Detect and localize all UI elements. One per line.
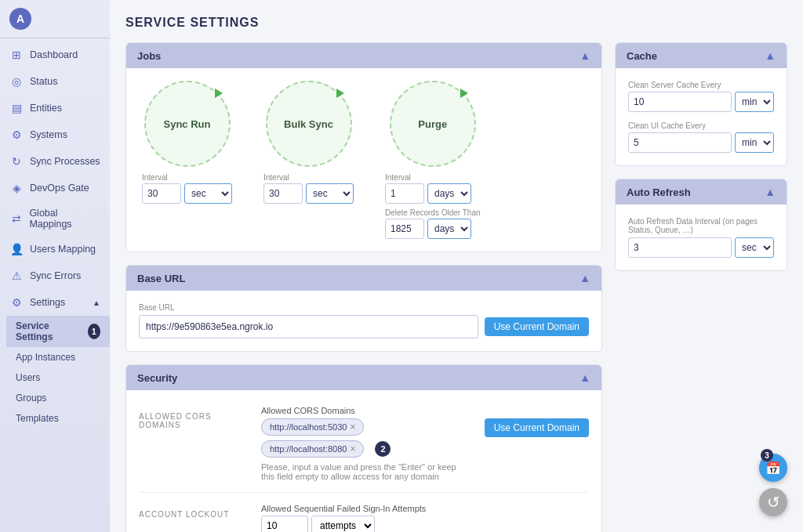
refresh-fab-button[interactable]: ↺ <box>759 488 787 516</box>
auto-refresh-card: Auto Refresh ▲ Auto Refresh Data Interva… <box>615 179 787 271</box>
sidebar-item-devops-gate[interactable]: ◈ DevOps Gate <box>0 175 110 201</box>
app-instances-label: App Instances <box>16 352 75 363</box>
purge-interval-label: Interval <box>385 173 481 182</box>
auto-refresh-unit-select[interactable]: secmin <box>735 237 774 258</box>
sidebar-item-sync-errors[interactable]: ⚠ Sync Errors <box>0 262 110 289</box>
attempts-field: Allowed Sequential Failed Sign-In Attemp… <box>261 504 589 532</box>
sync-run-label: Sync Run <box>164 118 211 130</box>
logo-icon: A <box>9 8 31 30</box>
sidebar-item-label: Status <box>30 76 57 87</box>
bulk-sync-unit-select[interactable]: secminhours <box>306 183 354 204</box>
fab-badge: 3 <box>761 449 773 461</box>
settings-icon: ⚙ <box>9 295 24 309</box>
delete-records-input[interactable] <box>385 219 424 239</box>
sync-run-circle: Sync Run <box>144 81 231 167</box>
base-url-body: Base URL Use Current Domain <box>126 291 601 351</box>
sidebar-item-global-mappings[interactable]: ⇄ Global Mappings <box>0 201 110 236</box>
server-cache-unit-select[interactable]: minsechours <box>735 92 774 112</box>
cors-badge: 2 <box>375 441 391 457</box>
lockout-section: ACCOUNT LOCKOUT Allowed Sequential Faile… <box>139 504 589 532</box>
global-mappings-icon: ⇄ <box>9 212 23 226</box>
bulk-sync-interval-input[interactable] <box>263 183 303 204</box>
devops-icon: ◈ <box>9 181 24 195</box>
security-header: Security ▲ <box>126 365 601 390</box>
fab-container: 📅 3 ↺ <box>759 454 787 516</box>
sidebar-item-dashboard[interactable]: ⊞ Dashboard <box>0 42 110 68</box>
service-settings-label: Service Settings <box>16 320 75 342</box>
sidebar-item-label: Entities <box>30 103 62 114</box>
bulk-sync-play-icon[interactable] <box>336 89 344 98</box>
cors-tag-1-close[interactable]: × <box>350 422 355 432</box>
sync-run-unit-select[interactable]: secminhours <box>184 183 232 204</box>
sidebar: A ⊞ Dashboard ◎ Status ▤ Entities ⚙ Syst… <box>0 0 110 532</box>
sidebar-item-label: DevOps Gate <box>30 183 89 194</box>
job-item-sync-run: Sync Run Interval secminhours <box>142 81 232 204</box>
cache-body: Clean Server Cache Every minsechours Cle… <box>616 68 787 165</box>
cors-row: http://localhost:5030 × http://localhost… <box>261 418 589 481</box>
cors-use-current-domain-button[interactable]: Use Current Domain <box>485 418 589 437</box>
attempts-input[interactable] <box>261 516 308 532</box>
sidebar-item-systems[interactable]: ⚙ Systems <box>0 121 110 148</box>
use-current-domain-button[interactable]: Use Current Domain <box>485 317 589 336</box>
cors-hint: Please, input a value and press the "Ent… <box>261 462 472 481</box>
sync-run-interval-input[interactable] <box>142 183 181 204</box>
sidebar-item-service-settings[interactable]: Service Settings 1 <box>6 316 110 347</box>
sidebar-item-groups[interactable]: Groups <box>6 388 110 408</box>
purge-unit-select[interactable]: dayssecmin <box>427 183 471 204</box>
cors-tag-2-close[interactable]: × <box>350 443 355 454</box>
ui-cache-input[interactable] <box>628 132 732 153</box>
base-url-collapse-icon[interactable]: ▲ <box>580 272 590 284</box>
ui-cache-unit-select[interactable]: minsechours <box>735 132 774 153</box>
users-mapping-icon: 👤 <box>9 242 24 256</box>
sidebar-item-users-mapping[interactable]: 👤 Users Mapping <box>0 236 110 262</box>
bulk-sync-label: Bulk Sync <box>284 118 333 130</box>
lockout-section-label: ACCOUNT LOCKOUT <box>139 504 249 532</box>
bulk-sync-interval-label: Interval <box>263 173 354 182</box>
sidebar-item-label: Sync Errors <box>30 270 81 281</box>
auto-refresh-input[interactable] <box>628 237 732 258</box>
server-cache-label: Clean Server Cache Every <box>628 81 774 89</box>
sidebar-item-settings[interactable]: ⚙ Settings ▲ <box>0 289 110 316</box>
cors-field-label: Allowed CORS Domains <box>261 406 589 415</box>
sidebar-item-label: Dashboard <box>30 49 78 60</box>
sidebar-logo: A <box>0 0 110 38</box>
entities-icon: ▤ <box>9 101 24 115</box>
sidebar-item-entities[interactable]: ▤ Entities <box>0 95 110 121</box>
security-card: Security ▲ ALLOWED CORS DOMAINS Allowed … <box>125 364 602 532</box>
server-cache-input[interactable] <box>628 92 732 112</box>
sidebar-item-status[interactable]: ◎ Status <box>0 68 110 95</box>
delete-records-unit-select[interactable]: dayssecmin <box>427 219 471 239</box>
cache-collapse-icon[interactable]: ▲ <box>765 49 776 62</box>
cors-tag-2: http://localhost:8080 × <box>261 440 364 458</box>
jobs-collapse-icon[interactable]: ▲ <box>580 49 590 62</box>
server-cache-field: Clean Server Cache Every minsechours <box>628 81 774 112</box>
sidebar-item-label: Settings <box>30 297 65 308</box>
sidebar-item-users[interactable]: Users <box>6 367 110 388</box>
cors-section: ALLOWED CORS DOMAINS Allowed CORS Domain… <box>139 406 589 481</box>
auto-refresh-collapse-icon[interactable]: ▲ <box>765 186 776 198</box>
dashboard-icon: ⊞ <box>9 48 24 62</box>
cors-tags: http://localhost:5030 × http://localhost… <box>261 418 472 458</box>
cors-domain-2: http://localhost:8080 <box>270 444 347 454</box>
sync-run-interval: Interval secminhours <box>142 173 232 204</box>
base-url-input[interactable] <box>139 315 478 338</box>
purge-interval-input[interactable] <box>385 183 424 204</box>
sidebar-item-templates[interactable]: Templates <box>6 408 110 429</box>
sync-run-play-icon[interactable] <box>215 89 223 98</box>
main-content: SERVICE SETTINGS Jobs ▲ Sync Run <box>110 0 803 532</box>
attempts-unit-select[interactable]: attempts <box>311 516 375 532</box>
sidebar-item-sync-processes[interactable]: ↻ Sync Processes <box>0 148 110 175</box>
ui-cache-field: Clean UI Cache Every minsechours <box>628 121 774 153</box>
base-url-header: Base URL ▲ <box>126 266 601 291</box>
base-url-row: Use Current Domain <box>139 315 589 338</box>
auto-refresh-label: Auto Refresh Data Interval (on pages Sta… <box>628 217 774 234</box>
status-icon: ◎ <box>9 74 24 89</box>
systems-icon: ⚙ <box>9 128 24 142</box>
bulk-sync-circle: Bulk Sync <box>266 81 352 167</box>
purge-play-icon[interactable] <box>460 89 468 98</box>
sidebar-item-app-instances[interactable]: App Instances <box>6 347 110 367</box>
security-collapse-icon[interactable]: ▲ <box>580 371 590 384</box>
sync-errors-icon: ⚠ <box>9 269 24 283</box>
users-label: Users <box>16 372 40 383</box>
jobs-title: Jobs <box>137 50 161 62</box>
